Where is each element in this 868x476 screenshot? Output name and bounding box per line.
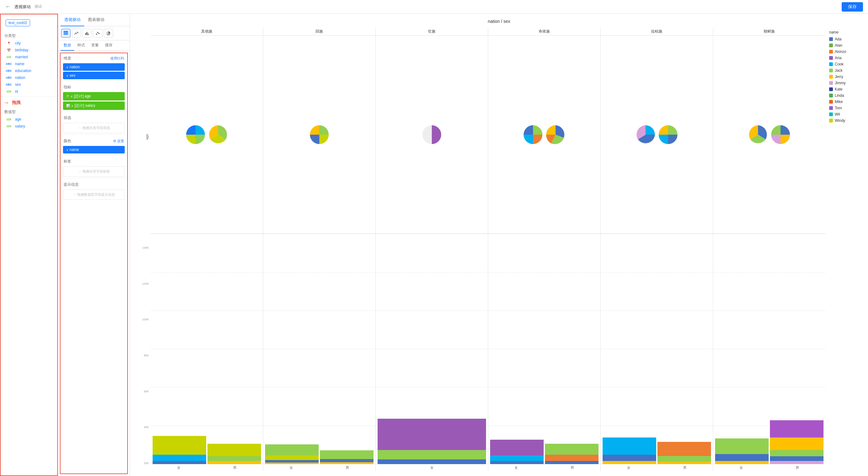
sep3 [60, 134, 127, 135]
field-sex[interactable]: ABC sex [1, 81, 57, 88]
dimension-header: 维度 使用行列 [60, 53, 127, 62]
metric-header: 指标 [60, 82, 127, 91]
chart-title: nation / sex [135, 19, 863, 24]
field-nation-label: nation [15, 75, 25, 80]
app-subtitle: 测试 [34, 4, 42, 9]
x-zhuang: 女 [376, 464, 488, 471]
svg-rect-6 [88, 34, 89, 35]
sex-dimension-chip[interactable]: ∨ sex [63, 72, 125, 79]
x-hui-male: 男 [319, 464, 375, 471]
legend-label-tom: Tom [835, 106, 842, 110]
y-20k: 20K [144, 462, 149, 465]
x-qita-male: 男 [207, 464, 263, 471]
legend-jimmy: Jimmy [829, 81, 859, 85]
legend-dot-alonzo [829, 50, 833, 54]
bar-metric-icon: 📊 [66, 104, 70, 107]
name-color-chip[interactable]: ∨ name [63, 146, 125, 154]
abc-icon-name: ABC [4, 62, 13, 65]
legend-mike: Mike [829, 100, 859, 104]
save-button[interactable]: 保存 [842, 2, 863, 11]
legend-jack: Jack [829, 68, 859, 73]
sub-tabs: 数据 样式 变量 缓存 [58, 40, 130, 51]
back-button[interactable]: ← [5, 3, 11, 10]
bar-icon-btn[interactable] [83, 29, 92, 38]
field-name[interactable]: ABC name [1, 61, 57, 67]
line-icon-btn[interactable] [72, 29, 81, 38]
field-education-label: education [15, 69, 31, 73]
sub-tab-variable[interactable]: 变量 [88, 40, 102, 51]
legend-dot-jimmy [829, 81, 833, 85]
legend-panel: name Ada Alan Alonzo Aria [826, 28, 863, 471]
legend-label-mike: Mike [835, 100, 843, 104]
num-icon-salary: 123 [4, 125, 13, 128]
pie-cell-buyi [488, 36, 601, 233]
age-metric-chip[interactable]: ⏱ ∨ [总计] age [63, 92, 125, 101]
legend-alan: Alan [829, 43, 859, 47]
svg-point-9 [98, 33, 100, 34]
legend-windy: Windy [829, 118, 859, 123]
field-married-label: married [15, 55, 28, 59]
legend-label-alan: Alan [835, 43, 842, 47]
x-buyi: 女 男 [488, 464, 601, 471]
tab-chart-drive[interactable]: 图表驱动 [84, 14, 108, 26]
legend-label-ada: Ada [835, 37, 841, 41]
x-labels: 女 男 女 男 女 女 男 [151, 464, 826, 471]
svg-rect-2 [64, 33, 68, 34]
col-chaoxian: 朝鲜族 [713, 28, 826, 35]
legend-label-windy: Windy [835, 118, 845, 123]
chevron-nation: ∨ [66, 65, 68, 69]
pie-laku-female [635, 124, 656, 145]
sub-tab-style[interactable]: 样式 [74, 40, 88, 51]
legend-dot-ada [829, 37, 833, 41]
bar-group-qita [151, 234, 263, 464]
field-city[interactable]: 📍 city [1, 40, 57, 47]
color-title: 颜色 [64, 138, 71, 144]
use-row-col-link[interactable]: 使用行列 [110, 56, 124, 61]
color-setting-link[interactable]: ⚙ 设置 [113, 139, 124, 143]
field-id[interactable]: 123 id [1, 88, 57, 95]
y-100k: 100K [142, 318, 149, 321]
pie-hui [309, 124, 330, 145]
sex-chip-label: sex [69, 73, 75, 78]
sub-tab-data[interactable]: 数据 [60, 40, 74, 51]
tab-pivot-drive[interactable]: 透视驱动 [60, 14, 84, 26]
svg-point-7 [96, 34, 97, 35]
x-zhuang-female: 女 [376, 464, 488, 471]
col-hui: 回族 [263, 28, 376, 35]
drag-hint-label: 拖拽 [12, 100, 21, 105]
field-salary[interactable]: 123 salary [1, 123, 57, 130]
salary-metric-chip[interactable]: 📊 ∨ [总计] salary [63, 101, 125, 110]
num-icon-id: 123 [4, 90, 13, 93]
field-age[interactable]: 123 age [1, 116, 57, 123]
sep1 [60, 80, 127, 81]
field-married[interactable]: 123 married [1, 54, 57, 61]
bar-group-hui [263, 234, 376, 464]
abc-icon-nation: ABC [4, 76, 13, 79]
pie-chaoxian-female [747, 124, 769, 145]
chevron-age: ∨ [70, 95, 73, 98]
bar-group-buyi [488, 234, 601, 464]
tooltip-header: 提示信息 [60, 179, 127, 189]
tooltip-title: 提示信息 [64, 182, 79, 187]
nation-dimension-chip[interactable]: ∨ nation [63, 63, 125, 71]
field-birthday-label: birthday [15, 48, 29, 52]
legend-ada: Ada [829, 37, 859, 41]
chart-area: nation / sex age 140K 120K 100K 80K 60K … [130, 14, 868, 476]
scatter-icon-btn[interactable] [93, 29, 102, 38]
field-education[interactable]: ABC education [1, 67, 57, 74]
categorical-section-title: 分类型 [1, 31, 57, 40]
pie-icon-btn[interactable] [104, 29, 113, 38]
field-nation[interactable]: ABC nation [1, 74, 57, 81]
x-buyi-female: 女 [488, 464, 544, 471]
column-headers: 其他族 回族 壮族 布依族 拉枯族 朝鲜族 [151, 28, 826, 36]
sub-tab-cache[interactable]: 缓存 [102, 40, 116, 51]
dataset-tag[interactable]: test_root02 [6, 20, 30, 26]
table-icon-btn[interactable] [61, 29, 70, 38]
x-laku-female: 女 [601, 464, 657, 471]
legend-wil: Wil [829, 112, 859, 116]
field-birthday[interactable]: 📅 birthday [1, 47, 57, 54]
legend-title: name [829, 30, 859, 34]
legend-label-cook: Cook [835, 62, 843, 66]
legend-label-kate: Kate [835, 87, 843, 92]
sep2 [60, 111, 127, 111]
